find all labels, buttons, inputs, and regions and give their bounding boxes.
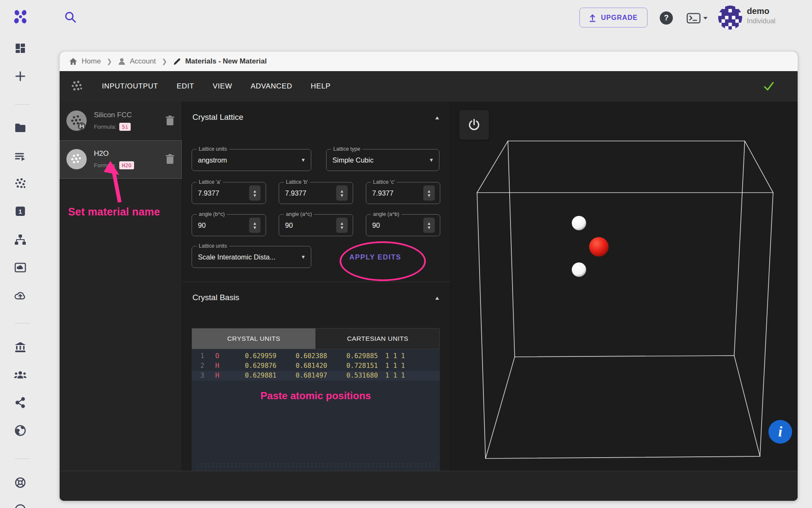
annotation-paste-atomic-positions: Paste atomic positions — [192, 390, 440, 402]
chevron-down-icon — [703, 17, 708, 20]
scale-units-select[interactable]: Lattice units Scale Interatomic Dista...… — [192, 246, 311, 268]
dashboard-icon[interactable] — [12, 40, 28, 56]
rail-divider — [15, 458, 30, 459]
terminal-icon — [686, 12, 701, 24]
field-label: Lattice 'a' — [197, 179, 223, 185]
lattice-b-input[interactable]: Lattice 'b' 7.9377 ▲▼ — [279, 182, 353, 204]
upgrade-button[interactable]: UPGRADE — [579, 8, 647, 28]
crystal-basis-title: Crystal Basis — [192, 293, 239, 302]
folder-icon[interactable] — [12, 120, 28, 136]
upgrade-label: UPGRADE — [601, 14, 638, 22]
globe-partial-icon[interactable] — [12, 502, 28, 508]
card-footer — [60, 471, 798, 501]
menu-input-output[interactable]: INPUT/OUTPUT — [102, 82, 158, 91]
angle-alpha-input[interactable]: angle (b^c) 90 ▲▼ — [192, 214, 266, 236]
user-plan: Individual — [747, 17, 776, 25]
breadcrumb-home-label: Home — [82, 57, 101, 66]
info-button[interactable]: i — [768, 420, 792, 444]
basis-units-tabs: CRYSTAL UNITS CARTESIAN UNITS — [192, 328, 440, 349]
material-item-silicon-fcc[interactable]: Silicon FCC Formula: Si — [60, 102, 182, 140]
viewer-3d-panel[interactable]: i — [450, 102, 798, 471]
atom-o — [589, 237, 609, 257]
support-icon[interactable] — [12, 475, 28, 491]
material-item-h2o[interactable]: H2O Formula: H2O — [60, 140, 182, 179]
field-value: Simple Cubic — [332, 156, 425, 164]
identicon — [718, 6, 742, 30]
playlist-icon[interactable] — [12, 149, 28, 165]
people-icon[interactable] — [12, 367, 28, 383]
angle-beta-input[interactable]: angle (a^c) 90 ▲▼ — [279, 214, 353, 236]
left-rail: 1 — [0, 0, 41, 508]
lattice-a-input[interactable]: Lattice 'a' 7.9377 ▲▼ — [192, 182, 266, 204]
apply-edits-button[interactable]: APPLY EDITS — [349, 253, 401, 261]
breadcrumb-home[interactable]: Home — [69, 57, 101, 66]
rail-divider — [15, 323, 30, 323]
menu-edit[interactable]: EDIT — [177, 82, 194, 91]
toggle-viewer-button[interactable] — [459, 110, 489, 140]
add-icon[interactable] — [12, 68, 28, 84]
search-button[interactable] — [63, 10, 78, 25]
field-label: Lattice 'b' — [284, 179, 310, 185]
collapse-chevron-icon[interactable]: ▲ — [434, 295, 440, 301]
basis-row-active[interactable]: 3 H 0.629881 0.681497 0.531680 1 1 1 — [192, 371, 440, 381]
editor-resize-grip[interactable] — [196, 462, 436, 468]
share-icon[interactable] — [12, 395, 28, 411]
unit-icon[interactable]: 1 — [12, 203, 28, 219]
breadcrumb-account-label: Account — [130, 57, 156, 66]
cloud-upload-icon[interactable] — [12, 287, 28, 304]
delete-material-button[interactable] — [165, 115, 175, 126]
user-avatar[interactable] — [718, 6, 742, 30]
stepper-control[interactable]: ▲▼ — [249, 218, 261, 233]
lattice-c-input[interactable]: Lattice 'c' 7.9377 ▲▼ — [366, 182, 440, 204]
breadcrumb-separator: ❯ — [107, 58, 112, 65]
tab-cartesian-units[interactable]: CARTESIAN UNITS — [315, 329, 439, 349]
breadcrumb-current: Materials - New Material — [173, 57, 267, 66]
menu-view[interactable]: VIEW — [213, 82, 232, 91]
crystal-lattice-header: Crystal Lattice ▲ — [182, 113, 450, 122]
tab-crystal-units[interactable]: CRYSTAL UNITS — [192, 329, 315, 349]
menu-advanced[interactable]: ADVANCED — [251, 82, 292, 91]
stepper-control[interactable]: ▲▼ — [423, 185, 435, 201]
globe-icon[interactable] — [12, 422, 28, 439]
basis-row[interactable]: 1 O 0.629959 0.602388 0.629885 1 1 1 — [192, 351, 440, 361]
coord-x: 0.629876 — [245, 361, 277, 371]
menu-help[interactable]: HELP — [311, 82, 331, 91]
lattice-units-select[interactable]: Lattice units angstrom ▼ — [192, 149, 311, 171]
crystal-basis-header: Crystal Basis ▲ — [182, 293, 450, 302]
field-label: angle (a^b) — [371, 211, 401, 217]
coord-x: 0.629959 — [245, 351, 277, 361]
dropdown-caret-icon: ▼ — [301, 254, 306, 260]
workflow-icon[interactable] — [12, 232, 28, 248]
field-value: 7.9377 — [372, 189, 423, 197]
basis-code-editor[interactable]: 1 O 0.629959 0.602388 0.629885 1 1 1 2 H… — [192, 349, 440, 471]
lattice-type-select[interactable]: Lattice type Simple Cubic ▼ — [326, 149, 439, 171]
element-symbol: O — [215, 351, 222, 361]
stepper-control[interactable]: ▲▼ — [336, 218, 348, 233]
editor-menubar: INPUT/OUTPUT EDIT VIEW ADVANCED HELP — [60, 71, 798, 102]
collapse-chevron-icon[interactable]: ▲ — [434, 114, 440, 120]
annotation-set-material-name: Set material name — [68, 206, 160, 218]
unit-cell-wireframe — [477, 141, 773, 458]
delete-material-button[interactable] — [165, 154, 175, 165]
molecule-icon[interactable] — [12, 175, 28, 191]
help-button[interactable]: ? — [660, 11, 673, 25]
stepper-control[interactable]: ▲▼ — [336, 185, 348, 201]
breadcrumb: Home ❯ Account ❯ Materials - New Materia… — [60, 52, 798, 71]
material-cluster-icon — [71, 80, 83, 93]
home-icon — [69, 58, 77, 65]
upload-icon — [589, 14, 596, 22]
account-icon — [118, 58, 126, 65]
media-icon[interactable] — [12, 260, 28, 276]
material-name: Silicon FCC — [94, 111, 165, 119]
line-number: 1 — [192, 351, 204, 361]
basis-row[interactable]: 2 H 0.629876 0.681420 0.728151 1 1 1 — [192, 361, 440, 371]
angle-gamma-input[interactable]: angle (a^b) 90 ▲▼ — [366, 214, 440, 236]
breadcrumb-account[interactable]: Account — [118, 57, 156, 66]
formula-label: Formula: — [94, 124, 116, 130]
user-info[interactable]: demo Individual — [747, 6, 776, 25]
section-divider — [182, 282, 450, 282]
stepper-control[interactable]: ▲▼ — [249, 185, 261, 201]
stepper-control[interactable]: ▲▼ — [423, 218, 435, 233]
console-button[interactable] — [686, 12, 708, 24]
bank-icon[interactable] — [12, 339, 28, 355]
